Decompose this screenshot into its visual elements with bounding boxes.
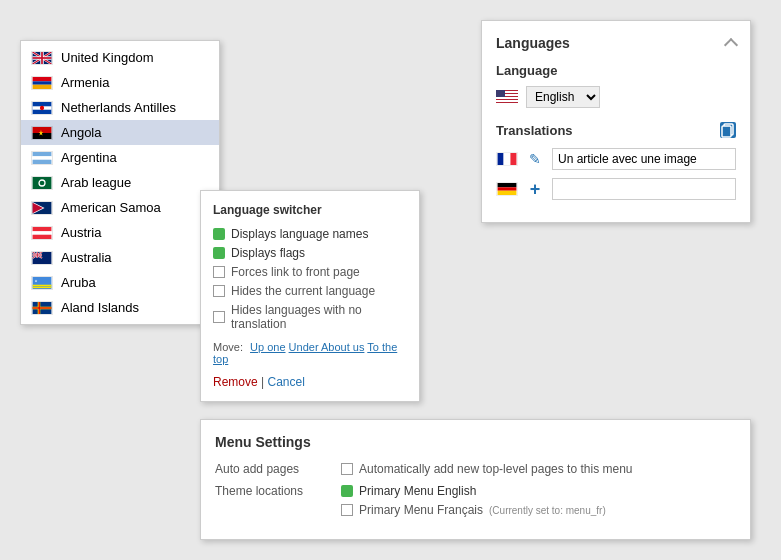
flag-ar-icon [31,151,53,165]
auto-add-content: Automatically add new top-level pages to… [341,462,633,476]
menu-settings-panel: Menu Settings Auto add pages Automatical… [200,419,751,540]
country-name: American Samoa [61,200,161,215]
svg-rect-44 [496,103,518,104]
svg-rect-31 [33,284,52,286]
move-label: Move: [213,341,243,353]
svg-rect-38 [33,307,52,308]
copy-icon[interactable] [720,122,736,138]
auto-add-text: Automatically add new top-level pages to… [359,462,633,476]
checked-icon [341,485,353,497]
translations-header: Translations [496,122,736,138]
country-list-panel: United Kingdom Armenia Netherlands Antil… [20,40,220,325]
edit-icon[interactable]: ✎ [526,150,544,168]
country-item-netherlands-antilles[interactable]: Netherlands Antilles [21,95,219,120]
theme-label: Theme locations [215,484,325,517]
remove-cancel-row: Remove | Cancel [213,375,407,389]
translation-input-fr[interactable] [552,148,736,170]
option-display-flags[interactable]: Displays flags [213,246,407,260]
flag-an-icon [31,101,53,115]
svg-rect-47 [722,126,731,137]
svg-rect-7 [33,84,52,88]
languages-panel: Languages Language English French German… [481,20,751,223]
cancel-link[interactable]: Cancel [267,375,304,389]
country-name: Angola [61,125,101,140]
collapse-icon[interactable] [724,38,738,52]
option-label: Hides languages with no translation [231,303,407,331]
auto-add-row: Auto add pages Automatically add new top… [215,462,736,476]
theme-option-label: Primary Menu Français [359,503,483,517]
option-display-names[interactable]: Displays language names [213,227,407,241]
unchecked-icon [213,311,225,323]
country-name: Netherlands Antilles [61,100,176,115]
checked-icon [213,228,225,240]
svg-rect-51 [498,183,517,187]
svg-rect-15 [33,159,52,163]
svg-rect-49 [504,153,511,165]
theme-option-english[interactable]: Primary Menu English [341,484,606,498]
translation-input-de[interactable] [552,178,736,200]
theme-option-label: Primary Menu English [359,484,476,498]
svg-rect-45 [496,90,505,97]
option-label: Hides the current language [231,284,375,298]
svg-rect-21 [33,227,52,231]
country-name: Australia [61,250,112,265]
country-item-aruba[interactable]: Aruba [21,270,219,295]
flag-fr-icon [496,152,518,166]
svg-rect-16 [33,177,52,189]
auto-add-label: Auto add pages [215,462,325,476]
option-force-link[interactable]: Forces link to front page [213,265,407,279]
svg-rect-22 [33,231,52,234]
svg-rect-48 [498,153,504,165]
add-translation-icon[interactable]: + [526,180,544,198]
country-item-american-samoa[interactable]: American Samoa [21,195,219,220]
svg-rect-6 [33,81,52,84]
country-name: Austria [61,225,101,240]
svg-rect-50 [510,153,516,165]
svg-rect-11 [33,127,52,133]
unchecked-icon [213,285,225,297]
theme-option-francais[interactable]: Primary Menu Français (Currently set to:… [341,503,606,517]
theme-locations-row: Theme locations Primary Menu English Pri… [215,484,736,517]
unchecked-icon [213,266,225,278]
flag-de-icon [496,182,518,196]
country-item-aland-islands[interactable]: Aland Islands [21,295,219,320]
svg-rect-13 [33,152,52,156]
country-item-armenia[interactable]: Armenia [21,70,219,95]
translation-row-fr: ✎ [496,148,736,170]
translation-row-de: + [496,178,736,200]
theme-option-note: (Currently set to: menu_fr) [489,505,606,516]
country-item-australia[interactable]: Australia [21,245,219,270]
lang-switcher-title: Language switcher [213,203,407,217]
country-item-angola[interactable]: Angola [21,120,219,145]
country-item-austria[interactable]: Austria [21,220,219,245]
country-name: Aland Islands [61,300,139,315]
svg-rect-4 [33,57,52,59]
flag-au-icon [31,251,53,265]
flag-as-icon [31,201,53,215]
move-up-link[interactable]: Up one [250,341,285,353]
country-name: United Kingdom [61,50,154,65]
flag-at-icon [31,226,53,240]
country-item-uk[interactable]: United Kingdom [21,45,219,70]
svg-rect-52 [498,187,517,190]
country-name: Armenia [61,75,109,90]
flag-us-icon [496,90,518,104]
language-switcher-panel: Language switcher Displays language name… [200,190,420,402]
languages-panel-header: Languages [496,35,736,51]
option-hide-current[interactable]: Hides the current language [213,284,407,298]
svg-rect-43 [496,100,518,102]
option-hide-no-translation[interactable]: Hides languages with no translation [213,303,407,331]
remove-link[interactable]: Remove [213,375,258,389]
flag-am-icon [31,76,53,90]
svg-rect-29 [33,254,42,255]
country-name: Arab league [61,175,131,190]
country-item-argentina[interactable]: Argentina [21,145,219,170]
checked-icon [213,247,225,259]
theme-content: Primary Menu English Primary Menu França… [341,484,606,517]
auto-add-option[interactable]: Automatically add new top-level pages to… [341,462,633,476]
flag-ax-icon [31,301,53,315]
country-item-arab-league[interactable]: Arab league [21,170,219,195]
svg-rect-23 [33,234,52,238]
move-under-link[interactable]: Under About us [289,341,365,353]
language-select[interactable]: English French German [526,86,600,108]
